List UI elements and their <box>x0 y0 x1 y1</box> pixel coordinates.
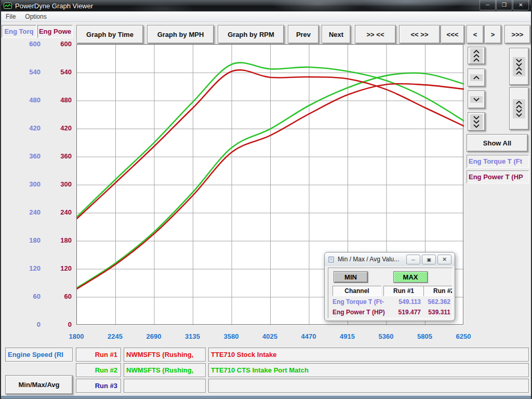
chevrons-diverge-icon <box>513 99 525 118</box>
run-desc-box-2: TTE710 CTS Intake Port Match <box>208 363 529 377</box>
minmax-dialog: Min / Max / Avg Valu... ─ ▣ ✕ MIN MAX Ch… <box>324 252 455 321</box>
x-tick-5805: 5805 <box>409 332 441 341</box>
min-button-label: MIN <box>344 273 357 281</box>
dialog-titlebar[interactable]: Min / Max / Avg Valu... ─ ▣ ✕ <box>325 252 455 266</box>
y-tick-power-120: 120 <box>43 264 72 273</box>
x-tick-1800: 1800 <box>61 332 92 341</box>
show-all-button[interactable]: Show All <box>467 134 528 152</box>
x-tick-3580: 3580 <box>216 332 247 341</box>
dialog-column-header-run-1: Run #1 <box>383 286 424 296</box>
run-file-text-2: NWMSFTS (Rushing, <box>126 366 193 374</box>
menubar: File Options <box>1 11 532 22</box>
max-button[interactable]: MAX <box>393 271 428 283</box>
chevron-triple-down-icon <box>470 114 483 129</box>
window-bottom-border <box>1 396 532 399</box>
dialog-column-header-channel: Channel <box>332 286 381 296</box>
tab-eng-power-label: Eng Powe <box>39 28 71 35</box>
close-button[interactable]: ✕ <box>513 0 529 10</box>
x-axis-channel-box: Engine Speed (RI <box>5 348 73 362</box>
x-tick-4470: 4470 <box>293 332 324 341</box>
y-tick-torque-420: 420 <box>8 124 41 132</box>
y-tick-power-300: 300 <box>43 180 72 189</box>
tab-eng-torque-label: Eng Torq <box>4 28 33 35</box>
y-tick-torque-180: 180 <box>8 236 41 245</box>
scroll-down-button[interactable] <box>468 90 485 109</box>
dialog-minimize-button[interactable]: ─ <box>406 255 420 264</box>
toolbar-button-[interactable]: <<< <box>441 25 464 44</box>
toolbar-button-[interactable]: > <box>484 25 501 44</box>
x-tick-6250: 6250 <box>448 332 479 341</box>
dialog-restore-button[interactable]: ▣ <box>422 255 436 264</box>
y-tick-torque-0: 0 <box>8 321 41 329</box>
minimize-button[interactable]: ─ <box>480 0 496 10</box>
channel-label-torque-text: Eng Torque T (Ft <box>469 157 522 165</box>
y-tick-torque-300: 300 <box>8 180 41 189</box>
run-label-box-2: Run #2 <box>76 363 121 377</box>
chevron-triple-up-icon <box>470 48 483 63</box>
x-tick-4025: 4025 <box>255 332 286 341</box>
toolbar-button-[interactable]: >> << <box>355 25 396 44</box>
y-tick-power-360: 360 <box>43 152 72 161</box>
y-tick-power-420: 420 <box>43 124 72 132</box>
chevron-up-icon <box>470 74 483 81</box>
dialog-column-header-run-2: Run #2 <box>423 286 453 296</box>
run-label-box-1: Run #1 <box>76 348 121 362</box>
channel-label-torque[interactable]: Eng Torque T (Ft <box>467 155 529 168</box>
x-tick-4915: 4915 <box>332 332 363 341</box>
toolbar-button-graph-by-rpm[interactable]: Graph by RPM <box>218 25 284 44</box>
run-file-box-1: NWMSFTS (Rushing, <box>124 348 206 362</box>
y-tick-power-0: 0 <box>43 321 72 329</box>
compress-scale-button[interactable] <box>509 48 529 85</box>
dialog-close-button[interactable]: ✕ <box>437 255 451 264</box>
toolbar-button-[interactable]: < <box>467 25 484 44</box>
dialog-row-channel-2: Eng Power T (HP) <box>332 309 385 316</box>
tab-eng-power[interactable]: Eng Powe <box>37 25 73 38</box>
toolbar-button-graph-by-time[interactable]: Graph by Time <box>76 25 143 44</box>
dialog-row-run1-value-1: 549.113 <box>383 298 421 305</box>
dialog-title: Min / Max / Avg Valu... <box>338 256 399 263</box>
x-tick-2690: 2690 <box>138 332 169 341</box>
scroll-up-button[interactable] <box>468 69 485 87</box>
toolbar-button-graph-by-mph[interactable]: Graph by MPH <box>147 25 214 44</box>
x-tick-3135: 3135 <box>177 332 208 341</box>
min-button[interactable]: MIN <box>334 271 368 283</box>
y-tick-power-180: 180 <box>43 236 72 245</box>
run-desc-text-1: TTE710 Stock Intake <box>211 351 276 358</box>
chevrons-converge-icon <box>513 57 525 76</box>
tab-eng-torque[interactable]: Eng Torq <box>2 25 36 38</box>
channel-label-power[interactable]: Eng Power T (HP <box>467 170 529 183</box>
run-desc-box-1: TTE710 Stock Intake <box>208 348 529 362</box>
titlebar[interactable]: PowerDyne Graph Viewer ─ ❐ ✕ <box>1 0 532 11</box>
x-tick-5360: 5360 <box>370 332 402 341</box>
minmaxavg-button[interactable]: Min/Max/Avg <box>5 375 73 394</box>
channel-label-power-text: Eng Power T (HP <box>469 173 523 181</box>
app-icon <box>4 2 12 10</box>
menu-options[interactable]: Options <box>20 12 51 21</box>
dialog-row-channel-1: Eng Torque T (Ft- <box>332 298 384 305</box>
menu-file[interactable]: File <box>1 12 20 21</box>
dialog-panel: MIN MAX ChannelRun #1Run #2Eng Torque T … <box>328 268 453 318</box>
show-all-label: Show All <box>483 139 511 147</box>
x-tick-2245: 2245 <box>100 332 131 341</box>
scroll-bottom-button[interactable] <box>468 112 485 131</box>
y-tick-power-60: 60 <box>43 292 72 301</box>
run-desc-text-2: TTE710 CTS Intake Port Match <box>211 366 309 374</box>
y-tick-torque-480: 480 <box>8 96 41 104</box>
toolbar-button-prev[interactable]: Prev <box>288 25 319 44</box>
y-tick-power-600: 600 <box>43 40 72 48</box>
expand-scale-button[interactable] <box>509 87 529 130</box>
y-tick-torque-120: 120 <box>8 264 41 273</box>
run-file-box-2: NWMSFTS (Rushing, <box>124 363 206 377</box>
scroll-top-button[interactable] <box>468 47 485 64</box>
toolbar-button-next[interactable]: Next <box>322 25 351 44</box>
toolbar-button-[interactable]: >>> <box>504 25 530 44</box>
dialog-row-run2-value-2: 539.311 <box>423 309 450 316</box>
max-button-label: MAX <box>403 273 418 281</box>
app-window: PowerDyne Graph Viewer ─ ❐ ✕ File Option… <box>0 0 532 399</box>
toolbar-button-[interactable]: << >> <box>399 25 440 44</box>
y-tick-torque-360: 360 <box>8 152 41 161</box>
dialog-row-run2-value-1: 562.362 <box>423 298 450 305</box>
dialog-icon <box>328 256 335 263</box>
window-title: PowerDyne Graph Viewer <box>15 2 93 10</box>
restore-button[interactable]: ❐ <box>496 0 512 10</box>
